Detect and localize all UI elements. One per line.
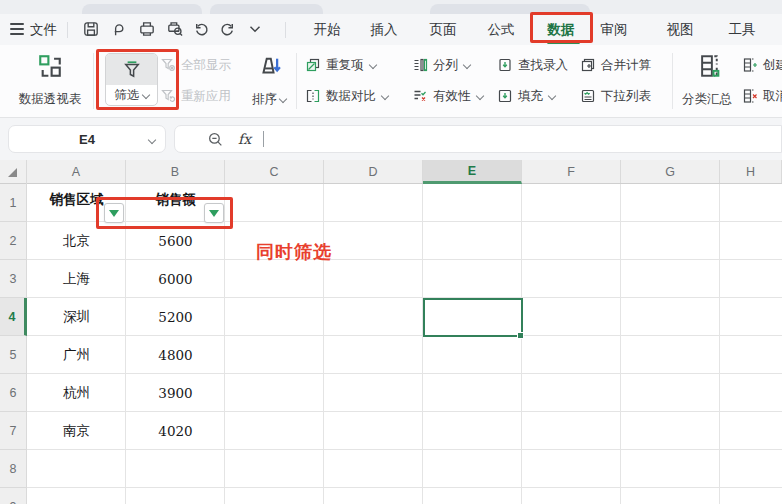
column-header-e-selected[interactable]: E [423,160,522,184]
file-menu[interactable]: 文件 [30,21,57,39]
sort-label: 排序 [252,91,277,108]
cell-b6[interactable]: 3900 [126,374,225,412]
formula-input[interactable]: fx [174,125,782,153]
selected-cell-e4[interactable] [423,298,523,337]
tab-home[interactable]: 开始 [312,21,342,39]
cell-reference: E4 [79,132,95,147]
print-icon[interactable] [138,20,156,38]
column-header-f[interactable]: F [522,160,621,183]
document-tab[interactable] [430,4,590,14]
show-all-button[interactable]: 全部显示 [160,55,231,75]
cell-a2[interactable]: 北京 [27,222,126,260]
tab-tools[interactable]: 工具 [727,21,757,39]
tab-view[interactable]: 视图 [665,21,695,39]
cell-a4[interactable]: 深圳 [27,298,126,336]
reapply-button[interactable]: 重新应用 [160,86,231,106]
row-header-7[interactable]: 7 [0,412,26,450]
cell-b4[interactable]: 5200 [126,298,225,336]
hamburger-menu-icon[interactable] [10,23,24,35]
row-headers: 1 2 3 4 5 6 7 8 9 [0,184,27,504]
fill-button[interactable]: 填充 [497,86,555,106]
name-box[interactable]: E4 [8,125,166,153]
row-header-6[interactable]: 6 [0,374,26,412]
select-all-corner[interactable] [0,160,27,184]
ungroup-label: 取消 [763,88,782,105]
sort-button[interactable]: 排序 [244,50,294,112]
cell-b7[interactable]: 4020 [126,412,225,450]
cell-a3[interactable]: 上海 [27,260,126,298]
validation-label: 有效性 [433,88,471,105]
ungroup-button[interactable]: 取消 [742,86,782,106]
chevron-down-icon [279,96,286,103]
cell-b5[interactable]: 4800 [126,336,225,374]
text-cursor [263,131,264,147]
cell-a6[interactable]: 杭州 [27,374,126,412]
document-tab[interactable] [82,4,202,14]
cell-a5[interactable]: 广州 [27,336,126,374]
column-header-h[interactable]: H [720,160,782,183]
undo-icon[interactable] [192,20,210,38]
dropdown-list-label: 下拉列表 [601,88,651,105]
create-group-button[interactable]: 创建 [742,55,782,75]
document-tab[interactable] [210,4,323,14]
active-tab-underline [547,41,580,44]
column-header-g[interactable]: G [621,160,720,183]
fx-icon: fx [238,131,251,147]
dropdown-triangle-icon [109,210,119,217]
dropdown-list-button[interactable]: 下拉列表 [580,86,651,106]
row-header-4-selected[interactable]: 4 [0,298,27,336]
chevron-down-icon[interactable] [246,20,264,38]
wps-spreadsheet-window: 文件 开始 插入 页面 公式 数据 审阅 视图 工具 [0,0,782,504]
filter-dropdown-sales[interactable] [204,203,224,223]
row-header-2[interactable]: 2 [0,222,26,260]
column-header-b[interactable]: B [126,160,225,183]
spreadsheet-grid: 1 2 3 4 5 6 7 8 9 A B C D E F G H 销售区域 销… [0,160,782,504]
chevron-down-icon [148,137,155,144]
column-header-a[interactable]: A [27,160,126,183]
column-header-d[interactable]: D [324,160,423,183]
duplicates-button[interactable]: 重复项 [305,55,376,75]
pivot-table-button[interactable]: 数据透视表 [8,50,92,112]
tab-page[interactable]: 页面 [428,21,458,39]
chevron-down-icon [381,93,388,100]
column-header-c[interactable]: C [225,160,324,183]
text-to-columns-button[interactable]: 分列 [412,55,470,75]
cell-b3[interactable]: 6000 [126,260,225,298]
data-compare-label: 数据对比 [326,88,376,105]
filter-funnel-icon [106,54,157,85]
tab-formula[interactable]: 公式 [486,21,516,39]
cell-a7[interactable]: 南京 [27,412,126,450]
filter-button[interactable]: 筛选 [105,53,158,106]
row-header-3[interactable]: 3 [0,260,26,298]
redo-icon[interactable] [219,20,237,38]
select-all-triangle-icon [8,168,17,177]
separator [93,53,94,109]
filter-dropdown-region[interactable] [104,203,124,223]
export-pdf-icon[interactable] [110,20,128,38]
lookup-entry-button[interactable]: 查找录入 [497,55,568,75]
save-icon[interactable] [82,20,100,38]
cell-b2[interactable]: 5600 [126,222,225,260]
chevron-down-icon [369,62,376,69]
print-preview-icon[interactable] [166,20,184,38]
validation-button[interactable]: 有效性 [412,86,483,106]
tab-data[interactable]: 数据 [546,21,576,39]
window-top-strip [0,0,782,14]
dropdown-triangle-icon [209,210,219,217]
chevron-down-icon [476,93,483,100]
data-compare-button[interactable]: 数据对比 [305,86,388,106]
row-header-1[interactable]: 1 [0,184,26,222]
text-to-columns-label: 分列 [433,57,458,74]
tab-review[interactable]: 审阅 [599,21,629,39]
reapply-label: 重新应用 [181,88,231,105]
subtotal-button[interactable]: 分类汇总 [676,50,738,112]
consolidate-button[interactable]: 合并计算 [580,55,651,75]
annotation-text: 同时筛选 [256,240,332,264]
tab-insert[interactable]: 插入 [369,21,399,39]
row-header-5[interactable]: 5 [0,336,26,374]
fill-handle[interactable] [517,332,524,339]
filter-label: 筛选 [115,87,140,104]
row-header-8[interactable]: 8 [0,450,26,488]
row-header-9[interactable]: 9 [0,488,26,504]
pivot-table-label: 数据透视表 [19,91,82,108]
